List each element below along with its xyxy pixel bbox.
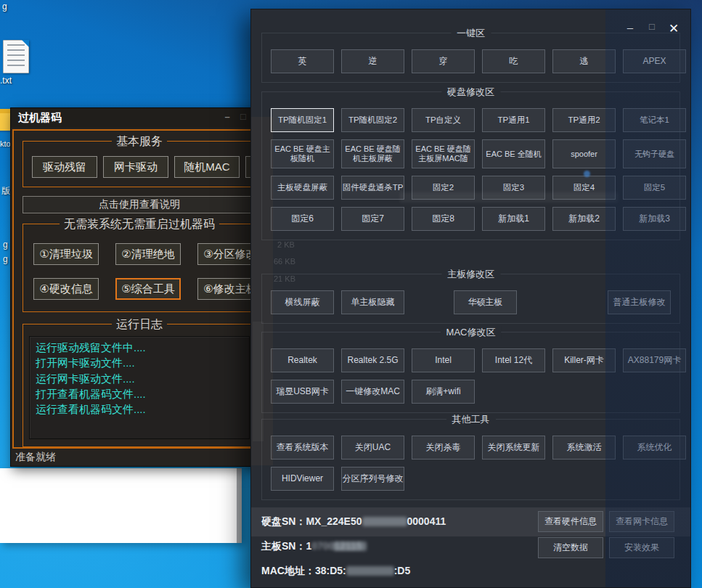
mac-tool-button[interactable]: 刷满+wifi xyxy=(412,380,475,404)
install-effect-button[interactable]: 安装效果 xyxy=(609,537,674,558)
disk-tool-button[interactable]: TP随机固定2 xyxy=(341,108,404,132)
minimize-button[interactable]: – xyxy=(622,21,638,33)
log-line: 打开查看机器码文件.... xyxy=(36,386,243,401)
one-key-button[interactable]: 吃 xyxy=(482,49,545,73)
disk-tool-button[interactable]: 无钩子硬盘 xyxy=(623,139,686,168)
group-basic-services: 基本服务 驱动残留网卡驱动随机MAC查看机器码 xyxy=(23,141,256,187)
folder-label[interactable]: kto xyxy=(0,139,11,148)
disk-tool-button[interactable]: 固件硬盘通杀TP xyxy=(341,176,404,200)
button-row: 主板硬盘屏蔽固件硬盘通杀TP固定2固定3固定4固定5 xyxy=(271,176,671,200)
section-mac-modify: MAC修改区 RealtekRealtek 2.5GIntelIntel 12代… xyxy=(261,332,680,413)
basic-service-button[interactable]: 驱动残留 xyxy=(32,156,97,178)
one-key-button[interactable]: 逃 xyxy=(552,49,616,73)
other-tool-button[interactable]: 分区序列号修改 xyxy=(341,467,404,491)
disk-tool-button[interactable]: 新加载1 xyxy=(482,207,545,231)
section-title: 主板修改区 xyxy=(441,268,500,281)
disk-tool-button[interactable]: 新加载2 xyxy=(552,207,616,231)
other-tool-button[interactable]: 系统优化 xyxy=(623,436,686,460)
one-key-button[interactable]: APEX xyxy=(623,49,686,73)
button-row: 固定6固定7固定8新加载1新加载2新加载3 xyxy=(271,207,671,231)
step-button[interactable]: ②清理绝地 xyxy=(115,243,181,265)
mainboard-tool-button[interactable]: 华硕主板 xyxy=(454,290,517,314)
disk-tool-button[interactable]: EAC BE 全随机 xyxy=(482,139,545,168)
left-app-window: 过机器码 – □ ✕ 基本服务 驱动残留网卡驱动随机MAC查看机器码 点击使用查… xyxy=(10,107,269,467)
mainboard-tool-button[interactable]: 普通主板修改 xyxy=(608,290,671,314)
view-nic-info-button[interactable]: 查看网卡信息 xyxy=(609,511,674,532)
desktop-icon-label[interactable]: g xyxy=(2,1,7,12)
one-key-button[interactable]: 穿 xyxy=(412,49,475,73)
disk-tool-button[interactable]: 固定8 xyxy=(412,207,475,231)
mac-tool-button[interactable]: Realtek 2.5G xyxy=(341,348,404,372)
maximize-button[interactable]: □ xyxy=(644,21,660,32)
mac-tool-button[interactable]: Intel 12代 xyxy=(482,348,545,372)
disk-tool-button[interactable]: 主板硬盘屏蔽 xyxy=(271,176,334,200)
basic-service-button[interactable]: 网卡驱动 xyxy=(103,156,168,178)
text-file-label[interactable]: .txt xyxy=(0,75,12,86)
one-key-button[interactable]: 英 xyxy=(271,49,334,73)
one-key-button[interactable]: 逆 xyxy=(341,49,404,73)
disk-tool-button[interactable]: EAC BE 硬盘随机主板屏蔽 xyxy=(341,139,404,168)
mac-tool-button[interactable]: Realtek xyxy=(271,348,334,372)
log-line: 运行查看机器码文件.... xyxy=(36,401,243,417)
maximize-button[interactable]: □ xyxy=(236,111,250,122)
mac-tool-button[interactable]: 瑞昱USB网卡 xyxy=(271,380,334,404)
minimize-button[interactable]: – xyxy=(220,111,234,122)
other-tool-button[interactable]: 关闭UAC xyxy=(341,436,404,460)
disk-sn-line: 硬盘SN：MX_224E500000411 xyxy=(261,515,446,528)
mac-tool-button[interactable]: Intel xyxy=(412,348,475,372)
desktop-icon-label[interactable]: g xyxy=(3,254,8,264)
button-row: HIDViewer分区序列号修改 xyxy=(271,467,671,491)
clear-data-button[interactable]: 清空数据 xyxy=(538,537,603,558)
basic-service-button[interactable]: 随机MAC xyxy=(174,156,240,178)
disk-tool-button[interactable]: spoofer xyxy=(552,139,616,168)
desktop-icon-label[interactable]: g xyxy=(3,240,8,250)
disk-tool-button[interactable]: TP通用2 xyxy=(552,108,616,132)
disk-tool-button[interactable]: EAC BE 硬盘主板随机 xyxy=(271,139,334,168)
button-row: 查看系统版本关闭UAC关闭杀毒关闭系统更新系统激活系统优化 xyxy=(271,436,671,460)
view-hardware-info-button[interactable]: 查看硬件信息 xyxy=(538,511,603,532)
mac-tool-button[interactable]: Killer-网卡 xyxy=(552,348,616,372)
button-row: 瑞昱USB网卡一键修改MAC刷满+wifi xyxy=(271,380,671,404)
mainboard-tool-button[interactable]: 单主板隐藏 xyxy=(341,290,404,314)
section-one-key: 一键区 英逆穿吃逃APEX xyxy=(261,33,680,83)
disk-tool-button[interactable]: TP自定义 xyxy=(412,108,475,132)
text-file-icon[interactable] xyxy=(3,40,29,73)
background-explorer-window[interactable] xyxy=(0,468,242,543)
ghost-filesize-text: 66 KB xyxy=(274,257,295,266)
disk-tool-button[interactable]: TP随机固定1 xyxy=(271,108,334,132)
ghost-filesize-text: 2 KB xyxy=(277,240,295,249)
disk-tool-button[interactable]: 新加载3 xyxy=(623,207,686,231)
mac-tool-button[interactable]: AX88179网卡 xyxy=(623,348,686,372)
log-line: 打开网卡驱动文件.... xyxy=(36,355,243,370)
disk-tool-button[interactable]: 固定6 xyxy=(271,207,334,231)
other-tool-button[interactable]: HIDViewer xyxy=(271,467,334,491)
desktop-icon-label[interactable]: 版 xyxy=(1,185,10,197)
usage-help-button[interactable]: 点击使用查看说明 xyxy=(23,196,256,213)
disk-tool-button[interactable]: 固定3 xyxy=(482,176,545,200)
disk-tool-button[interactable]: 固定2 xyxy=(412,176,475,200)
button-row: ④硬改信息⑤综合工具⑥修改主板 xyxy=(32,278,248,300)
mainboard-tool-button[interactable]: 横线屏蔽 xyxy=(271,290,334,314)
other-tool-button[interactable]: 系统激活 xyxy=(552,436,616,460)
group-title: 无需装系统无需重启过机器码 xyxy=(60,217,219,232)
disk-tool-button[interactable]: 固定5 xyxy=(623,176,686,200)
left-window-titlebar[interactable]: 过机器码 – □ ✕ xyxy=(11,108,268,128)
disk-tool-button[interactable]: EAC BE 硬盘随主板屏MAC随 xyxy=(412,139,475,168)
step-button[interactable]: ①清理垃圾 xyxy=(33,243,99,265)
other-tool-button[interactable]: 关闭系统更新 xyxy=(482,436,545,460)
section-title: 硬盘修改区 xyxy=(441,86,500,99)
disk-tool-button[interactable]: 固定7 xyxy=(341,207,404,231)
log-output[interactable]: 运行驱动残留文件中....打开网卡驱动文件....运行网卡驱动文件....打开查… xyxy=(29,336,250,439)
log-line: 运行网卡驱动文件.... xyxy=(36,371,243,386)
disk-tool-button[interactable]: 固定4 xyxy=(552,176,616,200)
close-button[interactable]: ✕ xyxy=(666,21,682,36)
disk-tool-button[interactable]: TP通用1 xyxy=(482,108,545,132)
step-button[interactable]: ⑤综合工具 xyxy=(115,278,181,300)
other-tool-button[interactable]: 关闭杀毒 xyxy=(412,436,475,460)
other-tool-button[interactable]: 查看系统版本 xyxy=(271,436,334,460)
group-no-reinstall: 无需装系统无需重启过机器码 ①清理垃圾②清理绝地③分区修改④硬改信息⑤综合工具⑥… xyxy=(23,224,256,312)
left-window-title: 过机器码 xyxy=(18,111,62,125)
step-button[interactable]: ④硬改信息 xyxy=(33,278,99,300)
disk-tool-button[interactable]: 笔记本1 xyxy=(623,108,686,132)
mac-tool-button[interactable]: 一键修改MAC xyxy=(341,380,404,404)
